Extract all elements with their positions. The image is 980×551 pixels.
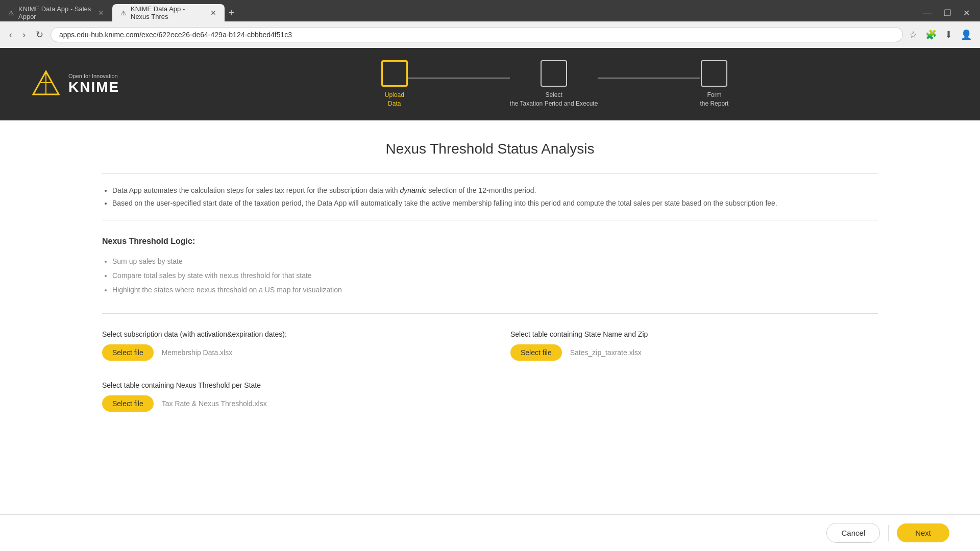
subscription-row: Select file Memebrship Data.xlsx: [102, 344, 470, 361]
logic-list: Sum up sales by state Compare total sale…: [102, 254, 878, 297]
reload-button[interactable]: ↻: [33, 27, 46, 42]
state-label: Select table containing State Name and Z…: [510, 330, 878, 338]
step-upload-box: [381, 60, 408, 87]
subscription-select-button[interactable]: Select file: [102, 344, 154, 361]
state-file-selector: Select table containing State Name and Z…: [510, 330, 878, 361]
description-list: Data App automates the calculation steps…: [102, 184, 878, 210]
bookmark-icon[interactable]: ☆: [907, 27, 919, 42]
step-select: Selectthe Taxation Period and Execute: [510, 60, 598, 108]
url-text: apps.edu-hub.knime.com/exec/622ece26-de6…: [59, 31, 894, 39]
bottom-bar: Cancel Next: [0, 514, 980, 551]
step-form-box: [701, 60, 727, 87]
step-form: Formthe Report: [700, 60, 728, 108]
knime-tagline: Open for Innovation: [68, 73, 119, 79]
subscription-file-name: Memebrship Data.xlsx: [162, 348, 233, 357]
tab-nexus[interactable]: ⚠ KNIME Data App - Nexus Thres ✕: [112, 4, 225, 21]
logic-item-1: Sum up sales by state: [112, 254, 878, 268]
knime-logo-icon: [31, 69, 61, 99]
step-connector-1: [408, 78, 510, 79]
extensions-icon[interactable]: 🧩: [923, 27, 939, 42]
step-select-box: [541, 60, 567, 87]
page-content: Open for Innovation KNIME UploadData Sel…: [0, 48, 980, 551]
nexus-label: Select table containing Nexus Threshold …: [102, 381, 878, 389]
step-upload-label: UploadData: [385, 91, 404, 108]
download-icon[interactable]: ⬇: [943, 27, 954, 42]
cancel-button[interactable]: Cancel: [826, 523, 880, 543]
logic-section: Nexus Threshold Logic: Sum up sales by s…: [102, 237, 878, 314]
file-selectors-row: Select subscription data (with activatio…: [102, 330, 878, 361]
minimize-button[interactable]: —: [917, 6, 938, 20]
tab-title-1: KNIME Data App - Sales Appor: [18, 5, 92, 20]
tab-favicon-2: ⚠: [120, 9, 127, 17]
step-select-label: Selectthe Taxation Period and Execute: [510, 91, 598, 108]
next-button[interactable]: Next: [897, 523, 949, 542]
state-row: Select file Sates_zip_taxrate.xlsx: [510, 344, 878, 361]
close-button[interactable]: ✕: [957, 6, 976, 20]
logic-item-2: Compare total sales by state with nexus …: [112, 268, 878, 283]
maximize-button[interactable]: ❐: [938, 6, 957, 20]
back-button[interactable]: ‹: [6, 28, 15, 42]
step-form-label: Formthe Report: [700, 91, 728, 108]
knime-logo: Open for Innovation KNIME: [31, 69, 119, 99]
description-item-2: Based on the user-specified start date o…: [112, 197, 878, 210]
tab-sales[interactable]: ⚠ KNIME Data App - Sales Appor ✕: [0, 4, 112, 21]
app-header: Open for Innovation KNIME UploadData Sel…: [0, 48, 980, 120]
nexus-file-name: Tax Rate & Nexus Threshold.xlsx: [162, 399, 267, 408]
knime-logo-text: Open for Innovation KNIME: [68, 73, 119, 95]
subscription-label: Select subscription data (with activatio…: [102, 330, 470, 338]
nexus-file-selector: Select table containing Nexus Threshold …: [102, 381, 878, 412]
subscription-file-selector: Select subscription data (with activatio…: [102, 330, 470, 361]
tab-close-2[interactable]: ✕: [210, 9, 216, 17]
tab-close-1[interactable]: ✕: [98, 9, 104, 17]
tab-title-2: KNIME Data App - Nexus Thres: [131, 5, 204, 20]
state-file-name: Sates_zip_taxrate.xlsx: [570, 348, 642, 357]
forward-button[interactable]: ›: [19, 28, 29, 42]
steps-container: UploadData Selectthe Taxation Period and…: [160, 60, 949, 108]
knime-brand: KNIME: [68, 79, 119, 95]
tab-favicon-1: ⚠: [8, 9, 14, 17]
step-upload: UploadData: [381, 60, 408, 108]
nexus-row: Select file Tax Rate & Nexus Threshold.x…: [102, 395, 878, 412]
tab-bar: ⚠ KNIME Data App - Sales Appor ✕ ⚠ KNIME…: [0, 0, 980, 21]
main-content: Nexus Threshold Status Analysis Data App…: [0, 120, 980, 483]
new-tab-button[interactable]: +: [225, 7, 239, 19]
toolbar-icons: ☆ 🧩 ⬇ 👤: [907, 27, 974, 42]
logic-section-title: Nexus Threshold Logic:: [102, 237, 878, 246]
description-item-1: Data App automates the calculation steps…: [112, 184, 878, 197]
state-select-button[interactable]: Select file: [510, 344, 562, 361]
profile-icon[interactable]: 👤: [959, 27, 974, 42]
description-section: Data App automates the calculation steps…: [102, 173, 878, 220]
button-divider: [888, 525, 889, 541]
logic-item-3: Highlight the states where nexus thresho…: [112, 283, 878, 297]
page-title: Nexus Threshold Status Analysis: [102, 141, 878, 157]
nexus-select-button[interactable]: Select file: [102, 395, 154, 412]
step-connector-2: [598, 78, 700, 79]
address-bar-row: ‹ › ↻ apps.edu-hub.knime.com/exec/622ece…: [0, 21, 980, 48]
address-bar[interactable]: apps.edu-hub.knime.com/exec/622ece26-de6…: [51, 27, 903, 42]
window-controls: — ❐ ✕: [917, 6, 980, 20]
